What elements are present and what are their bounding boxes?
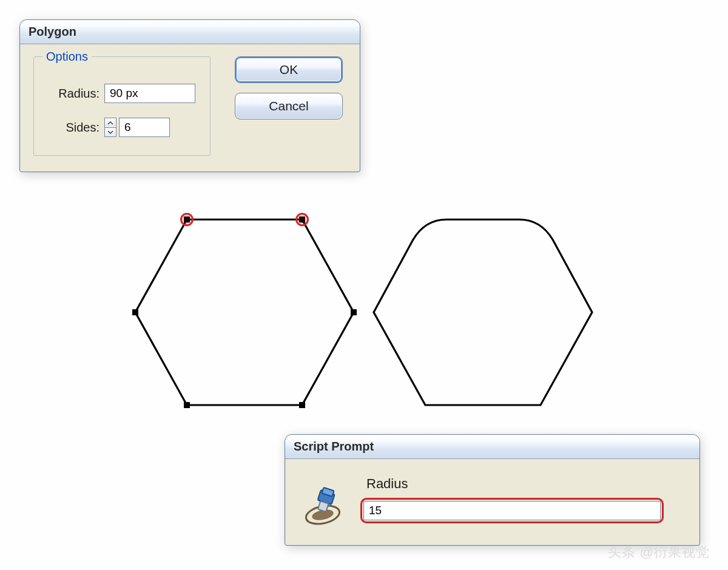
anchor-highlight [295,213,309,226]
sides-label: Sides: [49,121,99,135]
radius-row: Radius: [49,84,195,103]
cancel-button[interactable]: Cancel [235,93,343,119]
script-prompt-label: Radius [366,476,684,492]
svg-rect-6 [318,501,329,512]
script-prompt-title: Script Prompt [294,440,374,454]
polygon-dialog-title: Polygon [29,25,76,39]
anchor-point[interactable] [299,402,305,408]
polygon-dialog-titlebar[interactable]: Polygon [20,20,360,44]
svg-marker-0 [135,220,354,405]
anchor-point[interactable] [351,309,357,315]
dialog-buttons: OK Cancel [235,56,343,156]
radius-label: Radius: [49,87,99,101]
script-prompt-input[interactable] [363,501,661,520]
ok-button[interactable]: OK [235,56,343,83]
polygon-dialog[interactable]: Polygon Options Radius: Sides: [19,19,360,172]
sides-step-down[interactable] [104,127,116,137]
script-prompt-icon [301,483,345,527]
polygon-dialog-body: Options Radius: Sides: OK [20,44,360,172]
script-prompt-body: Radius [285,459,699,545]
sides-input[interactable] [119,118,170,137]
options-legend: Options [42,50,92,64]
sides-row: Sides: [49,118,195,137]
anchor-highlight [180,213,194,226]
script-prompt-field: Radius [360,475,684,523]
script-prompt-input-highlight [360,498,664,523]
chevron-up-icon [107,121,113,126]
anchor-point[interactable] [184,402,190,408]
hexagon-shape-left[interactable] [129,209,360,415]
anchor-point[interactable] [132,309,138,315]
script-prompt-dialog[interactable]: Script Prompt Radius [285,434,700,546]
chevron-down-icon [107,130,113,135]
radius-input[interactable] [104,84,195,103]
watermark-text: 头条 @衍果视觉 [608,543,710,562]
hexagon-shape-right[interactable] [368,209,598,415]
sides-step-up[interactable] [104,118,116,127]
sides-stepper [104,118,116,137]
options-group: Options Radius: Sides: [33,56,211,156]
script-prompt-titlebar[interactable]: Script Prompt [285,435,699,459]
